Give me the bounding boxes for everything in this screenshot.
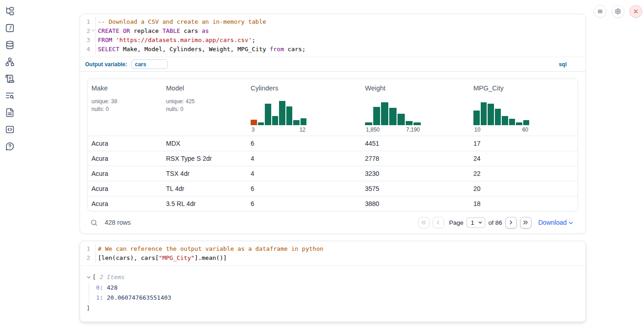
table-cell: Acura — [91, 170, 166, 177]
table-cell: 17 — [473, 140, 578, 147]
table-row[interactable]: AcuraRSX Type S 2dr4277824 — [88, 151, 578, 166]
page-select[interactable]: 1 — [467, 217, 485, 228]
search-icon — [90, 219, 98, 227]
table-cell: 4 — [251, 170, 365, 177]
code-line: 1# We can reference the output variable … — [80, 244, 585, 254]
column-name: Weight — [365, 85, 470, 92]
histogram-weight: 1,8507,190 — [365, 101, 421, 133]
search-button[interactable] — [90, 219, 98, 227]
code-text: [len(cars), cars["MPG_City"].mean()] — [95, 254, 227, 263]
sidebar-item-database[interactable] — [5, 40, 15, 50]
line-number: 1 — [80, 244, 95, 254]
document-icon — [5, 108, 15, 117]
row-count: 428 rows — [105, 219, 131, 226]
sidebar-item-help[interactable] — [5, 141, 15, 151]
table-cell: 6 — [251, 185, 365, 192]
fold-chevron-icon[interactable] — [91, 28, 95, 32]
output-variable-input[interactable] — [131, 59, 168, 69]
open-bracket: [ — [92, 272, 96, 283]
line-number: 2 — [80, 254, 95, 263]
sidebar: f — [0, 0, 20, 151]
column-name: Make — [91, 85, 162, 92]
scroll-icon — [5, 74, 15, 84]
table-header: Makeunique: 38nulls: 0Modelunique: 425nu… — [88, 79, 578, 136]
output-variable-row: Output variable: sql — [80, 57, 585, 72]
histogram-bars — [473, 101, 529, 125]
download-button[interactable]: Download — [538, 219, 574, 226]
data-table-output: Makeunique: 38nulls: 0Modelunique: 425nu… — [87, 79, 578, 211]
svg-text:f: f — [9, 25, 12, 31]
histogram-bar — [413, 122, 421, 125]
tree-item-key: 1 — [96, 294, 100, 301]
histogram-bar — [389, 108, 397, 125]
sql-code-editor[interactable]: 1-- Download a CSV and create an in-memo… — [80, 14, 585, 57]
table-cell: Acura — [91, 200, 166, 207]
histogram-bars — [251, 101, 306, 125]
table-row[interactable]: AcuraTL 4dr6357520 — [88, 181, 578, 196]
sidebar-item-snippets[interactable] — [5, 124, 15, 134]
code-line: 4SELECT Make, Model, Cylinders, Weight, … — [80, 45, 585, 54]
code-line: 1-- Download a CSV and create an in-memo… — [80, 17, 585, 26]
histogram-bar — [523, 120, 530, 125]
sidebar-item-scroll[interactable] — [5, 74, 15, 84]
sidebar-item-list-search[interactable] — [5, 90, 15, 100]
sidebar-item-function-square[interactable]: f — [5, 23, 15, 33]
table-footer: 428 rows Page 1 of 86 Download — [80, 211, 585, 233]
code-text: SELECT Make, Model, Cylinders, Weight, M… — [95, 45, 306, 54]
table-cell: 6 — [251, 140, 365, 147]
table-row[interactable]: AcuraTSX 4dr4323022 — [88, 166, 578, 181]
pagination-last-button[interactable] — [520, 217, 531, 228]
table-cell: Acura — [91, 155, 166, 162]
histogram-bar — [365, 122, 372, 125]
column-header-make: Makeunique: 38nulls: 0 — [91, 79, 166, 136]
table-cell: 18 — [473, 200, 578, 207]
table-cell: TSX 4dr — [166, 170, 251, 177]
sql-cell: 1-- Download a CSV and create an in-memo… — [80, 14, 586, 234]
tree-item-value: 20.060747663551403 — [107, 294, 171, 301]
histogram-bar — [502, 116, 508, 125]
language-badge-sql: sql — [559, 61, 567, 68]
table-row[interactable]: Acura3.5 RL 4dr6388018 — [88, 196, 578, 211]
table-cell: 4451 — [365, 140, 473, 147]
list-search-icon — [5, 91, 15, 100]
histogram-bar — [286, 106, 293, 125]
sidebar-item-file-tree[interactable] — [5, 6, 15, 16]
table-cell: Acura — [91, 185, 166, 192]
page-label: Page — [449, 219, 464, 226]
line-number: 2 — [80, 26, 95, 36]
pagination-prev-button[interactable] — [433, 217, 444, 228]
sidebar-item-document[interactable] — [5, 107, 15, 117]
pagination-first-button[interactable] — [418, 217, 429, 228]
collapse-chevron-icon[interactable] — [86, 275, 91, 280]
histogram-bar — [488, 104, 494, 125]
table-row[interactable]: AcuraMDX6445117 — [88, 136, 578, 151]
histogram-bars — [365, 101, 421, 125]
chevron-left-icon — [435, 220, 441, 225]
pagination-next-button[interactable] — [505, 217, 517, 228]
code-text: # We can reference the output variable a… — [95, 244, 323, 254]
code-text: -- Download a CSV and create an in-memor… — [95, 17, 266, 26]
table-cell: 2778 — [365, 155, 473, 162]
code-line: 3FROM 'https://datasets.marimo.app/cars.… — [80, 36, 585, 45]
table-cell: Acura — [91, 140, 166, 147]
table-cell: 3575 — [365, 185, 473, 192]
settings-button[interactable] — [612, 5, 624, 18]
database-icon — [5, 40, 15, 50]
shutdown-button[interactable] — [629, 5, 642, 18]
menu-icon — [597, 8, 603, 15]
column-name: Model — [166, 85, 247, 92]
page-select-value: 1 — [471, 219, 474, 226]
python-code-editor[interactable]: 1# We can reference the output variable … — [80, 241, 585, 266]
menu-button[interactable] — [594, 5, 606, 18]
code-text: FROM 'https://datasets.marimo.app/cars.c… — [95, 36, 255, 45]
table-cell: 3880 — [365, 200, 473, 207]
histogram-bar — [495, 109, 501, 125]
column-name: Cylinders — [251, 85, 361, 92]
table-body: AcuraMDX6445117AcuraRSX Type S 2dr427782… — [88, 136, 578, 211]
chevron-down-icon — [568, 219, 574, 226]
table-cell: 24 — [473, 155, 578, 162]
sidebar-item-dependency-graph[interactable] — [5, 57, 15, 67]
histogram-bar — [293, 120, 300, 125]
column-stats: unique: 425nulls: 0 — [166, 98, 247, 113]
close-bracket: ] — [86, 303, 585, 314]
